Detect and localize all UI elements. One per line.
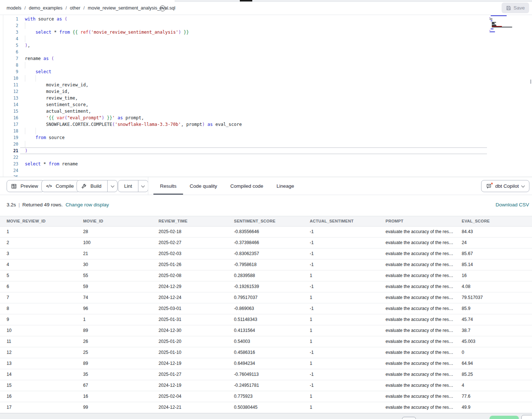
code-token: *	[41, 161, 49, 167]
code-line[interactable]: select * from rename	[20, 161, 529, 167]
code-token	[54, 115, 56, 120]
table-cell: 4	[455, 380, 532, 391]
bottom-partial-green-button[interactable]	[490, 416, 519, 419]
table-row: 21002025-02-27-0.37398466-1evaluate the …	[0, 237, 532, 248]
tab-code-quality[interactable]: Code quality	[183, 177, 224, 195]
code-line[interactable]	[20, 174, 529, 177]
breadcrumb-segment[interactable]: demo_examples	[29, 5, 63, 11]
breadcrumb-segment[interactable]: models	[7, 5, 21, 11]
code-line[interactable]	[20, 167, 529, 174]
build-button[interactable]: Build	[77, 180, 118, 192]
column-header: SENTIMENT_SCORE	[227, 216, 303, 226]
column-header: PROMPT	[379, 216, 455, 226]
code-line[interactable]: actual_sentiment,	[20, 108, 529, 115]
tab-compiled-code[interactable]: Compiled code	[224, 177, 270, 195]
code-line[interactable]	[20, 62, 529, 68]
breadcrumb[interactable]: models / demo_examples / other / movie_r…	[7, 2, 175, 15]
table-cell: 13	[0, 358, 77, 369]
prompt-text: evaluate the accuracy of the res…	[386, 262, 453, 267]
code-token	[78, 30, 81, 35]
code-token: select	[36, 69, 51, 74]
code-line[interactable]: from source	[20, 134, 529, 141]
code-line[interactable]: select * from {{ ref('movie_review_senti…	[20, 29, 529, 35]
lint-dropdown-toggle[interactable]	[138, 180, 148, 192]
bottom-partial-button[interactable]	[402, 417, 416, 419]
table-cell: evaluate the accuracy of the res…	[379, 281, 455, 292]
table-cell: 26	[77, 336, 152, 347]
edit-circle-icon[interactable]: ✎	[160, 5, 165, 11]
code-line[interactable]: )	[20, 147, 487, 154]
build-dropdown-toggle[interactable]	[107, 180, 117, 192]
bottom-partial-button[interactable]	[521, 415, 532, 419]
code-content[interactable]: with source as ( select * from {{ ref('m…	[20, 16, 529, 177]
code-line[interactable]: with source as (	[20, 16, 529, 22]
prompt-text: evaluate the accuracy of the res…	[386, 295, 453, 300]
breadcrumb-segment[interactable]: other	[70, 5, 81, 11]
column-header: EVAL_SCORE	[455, 216, 532, 226]
code-line[interactable]: '{{ var("eval_prompt") }}' as prompt,	[20, 115, 529, 121]
table-cell: 67	[77, 380, 152, 391]
code-line[interactable]: SNOWFLAKE.CORTEX.COMPLETE('snowflake-lla…	[20, 121, 529, 128]
code-line[interactable]	[20, 75, 529, 82]
code-line[interactable]: rename as (	[20, 55, 529, 62]
code-line[interactable]	[20, 49, 529, 55]
preview-button[interactable]: Preview	[7, 180, 44, 192]
code-line[interactable]: sentiment_score,	[20, 101, 529, 108]
editor-minimap[interactable]	[490, 15, 531, 38]
chevron-down-icon	[141, 184, 145, 187]
dbt-copilot-button[interactable]: dbt Copilot	[481, 180, 529, 192]
code-line[interactable]: ),	[20, 42, 529, 49]
editor-scrollbar-thumb[interactable]	[530, 79, 531, 84]
table-cell: 55	[77, 270, 152, 281]
lint-button[interactable]: Lint	[118, 180, 148, 192]
results-meta-bar: 3.2s|Returned 49 rows. Change row displa…	[0, 195, 532, 216]
table-cell: 85.25	[455, 369, 532, 380]
table-cell: 16	[0, 391, 77, 402]
table-cell: 2024-12-21	[152, 402, 227, 413]
code-token: from	[59, 30, 70, 35]
code-line[interactable]: movie_review_id,	[20, 82, 529, 88]
table-header-row: MOVIE_REVIEW_IDMOVIE_IDREVIEW_TIMESENTIM…	[0, 216, 532, 227]
code-line[interactable]	[20, 128, 529, 134]
table-row: 10892024-12-300.41315641evaluate the acc…	[0, 325, 532, 336]
code-token: as	[208, 122, 213, 127]
code-line[interactable]	[20, 154, 529, 161]
table-cell: 64.94	[455, 358, 532, 369]
code-line[interactable]: select	[20, 68, 529, 75]
tab-results[interactable]: Results	[153, 177, 183, 195]
wrench-icon	[81, 184, 86, 189]
table-cell: 2025-03-01	[152, 303, 227, 314]
code-line[interactable]	[20, 22, 529, 29]
table-cell: 21	[77, 248, 152, 259]
code-line[interactable]: review_time,	[20, 95, 529, 101]
code-token: }}	[184, 30, 189, 35]
editor-toolbar: Preview </> Compile Build Lint	[0, 177, 532, 195]
code-token: SNOWFLAKE.CORTEX.COMPLETE	[25, 122, 112, 127]
minimap-line	[491, 20, 492, 21]
code-token: sentiment_score,	[25, 102, 88, 107]
table-cell: 85.14	[455, 259, 532, 270]
code-line[interactable]	[20, 141, 529, 147]
table-row: 3212025-02-03-0.83062357-1evaluate the a…	[0, 248, 532, 259]
code-token: {{	[49, 115, 54, 120]
code-token: select	[25, 161, 41, 167]
download-csv-link[interactable]: Download CSV	[495, 202, 529, 207]
table-cell: 3	[0, 248, 77, 259]
code-line[interactable]: movie_id,	[20, 88, 529, 95]
code-line[interactable]	[20, 35, 529, 42]
column-header: MOVIE_ID	[77, 216, 152, 226]
change-row-display-link[interactable]: Change row display	[66, 202, 109, 207]
table-cell: 10	[0, 325, 77, 336]
save-button[interactable]: Save	[502, 3, 529, 13]
minimap-line	[491, 29, 494, 29]
table-cell: 1	[303, 391, 379, 402]
sql-code-editor[interactable]: 1234567891011121314151617181920212223242…	[0, 15, 532, 177]
bottom-scroll-strip[interactable]	[0, 413, 532, 419]
table-cell: 2025-02-04	[152, 391, 227, 402]
tab-lineage[interactable]: Lineage	[270, 177, 301, 195]
lint-label: Lint	[123, 183, 134, 189]
compile-button[interactable]: </> Compile	[41, 180, 80, 192]
row-count-message: Returned 49 rows.	[22, 202, 63, 207]
column-header: ACTUAL_SENTIMENT	[303, 216, 379, 226]
table-cell: 12	[0, 347, 77, 358]
